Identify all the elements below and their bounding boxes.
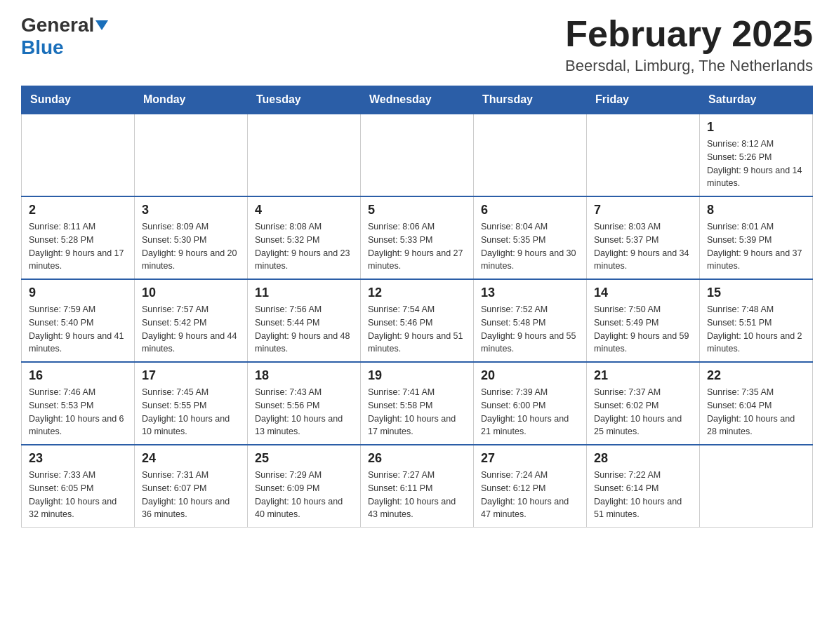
day-info-line: Daylight: 9 hours and 44 minutes.: [142, 330, 240, 356]
day-info-line: Sunset: 5:53 PM: [29, 399, 127, 412]
calendar-day-cell: 24Sunrise: 7:31 AMSunset: 6:07 PMDayligh…: [135, 445, 248, 528]
day-info-line: Daylight: 10 hours and 2 minutes.: [707, 330, 805, 356]
day-info-line: Daylight: 10 hours and 47 minutes.: [481, 495, 579, 522]
calendar-table: Sunday Monday Tuesday Wednesday Thursday…: [21, 86, 813, 528]
day-number: 12: [368, 286, 466, 300]
day-info-line: Daylight: 10 hours and 25 minutes.: [594, 412, 692, 439]
calendar-day-cell: 23Sunrise: 7:33 AMSunset: 6:05 PMDayligh…: [22, 445, 135, 528]
day-info-line: Sunset: 6:07 PM: [142, 482, 240, 495]
day-info-line: Sunset: 5:35 PM: [481, 234, 579, 247]
logo-triangle-icon: [95, 20, 108, 30]
day-info-line: Daylight: 10 hours and 32 minutes.: [29, 495, 127, 522]
day-number: 8: [707, 203, 805, 217]
day-info-line: Sunset: 5:26 PM: [707, 151, 805, 164]
day-number: 14: [594, 286, 692, 300]
day-info-line: Sunrise: 7:54 AM: [368, 303, 466, 316]
calendar-day-cell: 20Sunrise: 7:39 AMSunset: 6:00 PMDayligh…: [474, 362, 587, 445]
calendar-day-cell: 10Sunrise: 7:57 AMSunset: 5:42 PMDayligh…: [135, 279, 248, 362]
day-info-line: Sunrise: 7:37 AM: [594, 386, 692, 399]
day-info-line: Sunrise: 7:35 AM: [707, 386, 805, 399]
calendar-day-cell: [22, 114, 135, 196]
day-info-line: Sunset: 6:02 PM: [594, 399, 692, 412]
day-number: 23: [29, 451, 127, 466]
day-info-line: Sunrise: 7:29 AM: [255, 469, 353, 482]
calendar-day-cell: [135, 114, 248, 196]
col-monday: Monday: [135, 86, 248, 114]
day-number: 27: [481, 451, 579, 466]
day-info-line: Daylight: 9 hours and 34 minutes.: [594, 247, 692, 274]
day-info-line: Daylight: 10 hours and 43 minutes.: [368, 495, 466, 522]
day-info-line: Sunrise: 7:46 AM: [29, 386, 127, 399]
calendar-day-cell: 5Sunrise: 8:06 AMSunset: 5:33 PMDaylight…: [361, 196, 474, 279]
day-info-line: Sunset: 5:46 PM: [368, 316, 466, 330]
day-number: 24: [142, 451, 240, 466]
col-friday: Friday: [587, 86, 700, 114]
day-number: 22: [707, 368, 805, 383]
day-number: 1: [707, 120, 805, 135]
calendar-day-cell: 2Sunrise: 8:11 AMSunset: 5:28 PMDaylight…: [22, 196, 135, 279]
day-number: 13: [481, 286, 579, 300]
calendar-day-cell: [361, 114, 474, 196]
day-info-line: Sunrise: 7:24 AM: [481, 469, 579, 482]
calendar-day-cell: [700, 445, 813, 528]
day-info-line: Sunrise: 7:33 AM: [29, 469, 127, 482]
day-number: 11: [255, 286, 353, 300]
day-number: 2: [29, 203, 127, 217]
day-info-line: Sunset: 5:30 PM: [142, 234, 240, 247]
day-info-line: Sunset: 5:28 PM: [29, 234, 127, 247]
day-info-line: Sunset: 5:32 PM: [255, 234, 353, 247]
calendar-day-cell: 1Sunrise: 8:12 AMSunset: 5:26 PMDaylight…: [700, 114, 813, 196]
day-info-line: Sunrise: 7:56 AM: [255, 303, 353, 316]
day-info-line: Daylight: 10 hours and 6 minutes.: [29, 412, 127, 439]
calendar-day-cell: 28Sunrise: 7:22 AMSunset: 6:14 PMDayligh…: [587, 445, 700, 528]
calendar-day-cell: 15Sunrise: 7:48 AMSunset: 5:51 PMDayligh…: [700, 279, 813, 362]
day-info-line: Sunrise: 7:48 AM: [707, 303, 805, 316]
day-number: 26: [368, 451, 466, 466]
day-info-line: Daylight: 9 hours and 17 minutes.: [29, 247, 127, 274]
day-info-line: Daylight: 9 hours and 23 minutes.: [255, 247, 353, 274]
day-info-line: Sunset: 5:56 PM: [255, 399, 353, 412]
logo: GeneralBlue: [21, 14, 108, 59]
col-wednesday: Wednesday: [361, 86, 474, 114]
day-info-line: Sunset: 5:33 PM: [368, 234, 466, 247]
day-info-line: Daylight: 10 hours and 40 minutes.: [255, 495, 353, 522]
day-info-line: Sunrise: 8:01 AM: [707, 220, 805, 234]
day-info-line: Sunrise: 7:22 AM: [594, 469, 692, 482]
calendar-week-row: 2Sunrise: 8:11 AMSunset: 5:28 PMDaylight…: [22, 196, 813, 279]
day-info-line: Sunset: 5:37 PM: [594, 234, 692, 247]
calendar-day-cell: 18Sunrise: 7:43 AMSunset: 5:56 PMDayligh…: [248, 362, 361, 445]
calendar-week-row: 9Sunrise: 7:59 AMSunset: 5:40 PMDaylight…: [22, 279, 813, 362]
day-info-line: Sunrise: 7:57 AM: [142, 303, 240, 316]
logo-text: GeneralBlue: [21, 14, 108, 59]
day-info-line: Sunset: 5:58 PM: [368, 399, 466, 412]
day-number: 15: [707, 286, 805, 300]
calendar-day-cell: 26Sunrise: 7:27 AMSunset: 6:11 PMDayligh…: [361, 445, 474, 528]
col-tuesday: Tuesday: [248, 86, 361, 114]
day-info-line: Sunrise: 7:41 AM: [368, 386, 466, 399]
day-number: 18: [255, 368, 353, 383]
day-info-line: Daylight: 10 hours and 10 minutes.: [142, 412, 240, 439]
day-info-line: Sunset: 6:05 PM: [29, 482, 127, 495]
day-number: 17: [142, 368, 240, 383]
day-info-line: Daylight: 10 hours and 51 minutes.: [594, 495, 692, 522]
day-info-line: Sunrise: 8:12 AM: [707, 137, 805, 151]
day-info-line: Sunrise: 7:43 AM: [255, 386, 353, 399]
day-number: 25: [255, 451, 353, 466]
calendar-day-cell: 17Sunrise: 7:45 AMSunset: 5:55 PMDayligh…: [135, 362, 248, 445]
calendar-week-row: 1Sunrise: 8:12 AMSunset: 5:26 PMDaylight…: [22, 114, 813, 196]
day-info-line: Sunset: 5:44 PM: [255, 316, 353, 330]
col-saturday: Saturday: [700, 86, 813, 114]
calendar-day-cell: [248, 114, 361, 196]
day-info-line: Sunset: 5:51 PM: [707, 316, 805, 330]
day-info-line: Sunrise: 7:59 AM: [29, 303, 127, 316]
calendar-day-cell: 14Sunrise: 7:50 AMSunset: 5:49 PMDayligh…: [587, 279, 700, 362]
day-info-line: Sunset: 6:04 PM: [707, 399, 805, 412]
day-info-line: Sunset: 5:55 PM: [142, 399, 240, 412]
day-info-line: Sunset: 6:00 PM: [481, 399, 579, 412]
day-info-line: Sunrise: 8:06 AM: [368, 220, 466, 234]
day-number: 16: [29, 368, 127, 383]
calendar-day-cell: 11Sunrise: 7:56 AMSunset: 5:44 PMDayligh…: [248, 279, 361, 362]
day-info-line: Daylight: 9 hours and 27 minutes.: [368, 247, 466, 274]
main-title: February 2025: [565, 14, 813, 54]
day-info-line: Sunset: 5:49 PM: [594, 316, 692, 330]
